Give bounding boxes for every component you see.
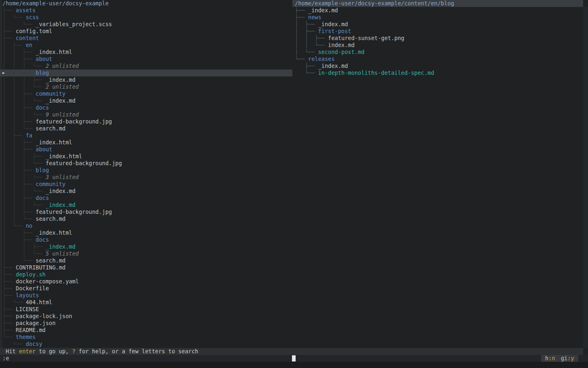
- tree-row[interactable]: │ │ ├── featured-background.jpg: [0, 118, 292, 125]
- tree-row[interactable]: ├── package-lock.json: [0, 313, 292, 320]
- file-name: _index.md: [318, 63, 348, 69]
- tree-branch-lines: │ │ │ └──: [2, 160, 46, 166]
- tree-row[interactable]: ├── news: [292, 14, 588, 21]
- tree-branch-lines: ├──: [2, 7, 16, 13]
- tree-row[interactable]: │ │ │ └── _index.md: [0, 202, 292, 209]
- dir-name: no: [26, 222, 32, 229]
- tree-row[interactable]: │ ├── en: [0, 42, 292, 49]
- tree-row[interactable]: └── releases: [292, 56, 588, 63]
- command-input-row[interactable]: :e h:ngi:y: [0, 355, 588, 362]
- flag-h: h:n: [545, 355, 555, 362]
- tree-branch-lines: │ └──: [2, 21, 36, 27]
- left-tree-panel: /home/example-user/docsy-example ├── ass…: [0, 0, 292, 348]
- tree-row[interactable]: ├── LICENSE: [0, 306, 292, 313]
- tree-row[interactable]: │ ├── first-post: [292, 28, 588, 35]
- tree-row[interactable]: │ │ └── search.md: [0, 125, 292, 132]
- tree-branch-lines: ├──: [295, 7, 308, 13]
- file-name: 404.html: [26, 299, 52, 305]
- tree-row[interactable]: │ ├── _index.md: [292, 21, 588, 28]
- tree-row[interactable]: │ │ └── index.md: [292, 42, 588, 49]
- tree-row[interactable]: │ │ └── 5 unlisted: [0, 250, 292, 257]
- tree-row[interactable]: │ │ ├── ▶blog: [0, 70, 292, 76]
- file-name: search.md: [36, 257, 65, 264]
- tree-row[interactable]: │ │ ├── docs: [0, 104, 292, 111]
- tree-row[interactable]: │ │ │ └── 2 unlisted: [0, 83, 292, 90]
- tree-row[interactable]: │ │ │ └── 9 unlisted: [0, 111, 292, 118]
- tree-row[interactable]: ├── content: [0, 35, 292, 42]
- dir-name: themes: [16, 334, 36, 340]
- tree-row[interactable]: ├── _index.md: [292, 7, 588, 14]
- tree-branch-lines: ├──: [295, 63, 318, 69]
- tree-row[interactable]: │ │ │ ├── _index.html: [0, 153, 292, 160]
- tree-row[interactable]: │ └── second-post.md: [292, 49, 588, 56]
- broot-window: /home/example-user/docsy-example ├── ass…: [0, 0, 588, 368]
- file-name: _index.html: [36, 139, 72, 146]
- tree-row[interactable]: │ ├── docs: [0, 236, 292, 243]
- tree-row[interactable]: │ │ ├── featured-sunset-get.png: [292, 35, 588, 42]
- tree-row[interactable]: ├── assets: [0, 7, 292, 14]
- tree-row[interactable]: ├── deploy.sh: [0, 271, 292, 278]
- tree-row[interactable]: └── themes: [0, 334, 292, 341]
- file-name: featured-sunset-get.png: [328, 35, 404, 41]
- tree-row[interactable]: │ │ │ └── _index.md: [0, 97, 292, 104]
- tree-row[interactable]: │ ├── fa: [0, 132, 292, 139]
- tree-row[interactable]: ├── CONTRIBUTING.md: [0, 264, 292, 271]
- dir-name: about: [36, 56, 52, 62]
- tree-row[interactable]: │ │ │ └── 2 unlisted: [0, 63, 292, 70]
- tree-row[interactable]: ├── layouts: [0, 292, 292, 299]
- file-name: package.json: [16, 320, 56, 326]
- right-root-path[interactable]: /home/example-user/docsy-example/content…: [292, 0, 583, 7]
- file-name: featured-background.jpg: [46, 160, 122, 166]
- tree-branch-lines: │ │ │ └──: [2, 111, 46, 118]
- tree-branch-lines: │ │ ├──: [2, 167, 36, 173]
- tree-row[interactable]: │ └── 404.html: [0, 299, 292, 306]
- tree-row[interactable]: ├── Dockerfile: [0, 285, 292, 292]
- tree-row[interactable]: │ │ │ ├── _index.md: [0, 76, 292, 83]
- file-name: index.md: [328, 42, 354, 48]
- tree-row[interactable]: │ │ ├── community: [0, 181, 292, 188]
- tree-row[interactable]: │ │ ├── docs: [0, 195, 292, 202]
- tree-row[interactable]: ├── config.toml: [0, 28, 292, 35]
- tree-row[interactable]: │ └── _variables_project.scss: [0, 21, 292, 28]
- tree-row[interactable]: └── in-depth-monoliths-detailed-spec.md: [292, 70, 588, 76]
- tree-row[interactable]: │ │ │ └── _index.md: [0, 188, 292, 195]
- tree-branch-lines: │ └──: [2, 299, 26, 305]
- tree-row[interactable]: ├── package.json: [0, 320, 292, 327]
- tree-row[interactable]: │ │ ├── _index.md: [0, 243, 292, 250]
- tree-row[interactable]: │ │ │ └── 3 unlisted: [0, 174, 292, 181]
- tree-row[interactable]: │ │ ├── blog: [0, 167, 292, 174]
- file-name: _index.md: [46, 243, 76, 250]
- file-name: featured-background.jpg: [36, 209, 112, 215]
- tree-row[interactable]: │ │ ├── about: [0, 146, 292, 153]
- left-panel-input-value[interactable]: :e: [2, 355, 9, 362]
- tree-branch-lines: │ │ ├──: [295, 35, 328, 41]
- tree-branch-lines: ├──: [2, 271, 16, 278]
- tree-branch-lines: │ │ ├──: [2, 56, 36, 62]
- tree-branch-lines: ├──: [2, 264, 16, 271]
- tree-row[interactable]: │ │ ├── community: [0, 90, 292, 97]
- tree-row[interactable]: │ └── no: [0, 222, 292, 229]
- tree-row[interactable]: │ │ └── search.md: [0, 215, 292, 222]
- tree-row[interactable]: └── docsy: [0, 341, 292, 348]
- tree-branch-lines: ├──: [295, 14, 308, 20]
- tree-branch-lines: │ │ │ └──: [2, 174, 46, 180]
- tree-row[interactable]: │ │ ├── _index.html: [0, 49, 292, 56]
- flag-value: n: [552, 355, 555, 361]
- file-name: deploy.sh: [16, 271, 46, 278]
- tree-branch-lines: │ │ ├──: [2, 90, 36, 97]
- tree-row[interactable]: ├── README.md: [0, 327, 292, 334]
- tree-row[interactable]: │ ├── _index.html: [0, 229, 292, 236]
- tree-row[interactable]: │ └── scss: [0, 14, 292, 21]
- tree-row[interactable]: │ └── search.md: [0, 257, 292, 264]
- tree-row[interactable]: │ │ │ └── featured-background.jpg: [0, 160, 292, 167]
- tree-row[interactable]: │ │ ├── about: [0, 56, 292, 63]
- toggle-flags-panel: h:ngi:y: [541, 355, 578, 362]
- tree-row[interactable]: │ │ ├── featured-background.jpg: [0, 209, 292, 215]
- left-root-path[interactable]: /home/example-user/docsy-example: [0, 0, 292, 7]
- tree-row[interactable]: │ │ ├── _index.html: [0, 139, 292, 146]
- tree-row[interactable]: ├── _index.md: [292, 63, 588, 70]
- tree-branch-lines: ├──: [2, 292, 16, 298]
- dir-name: fa: [26, 132, 32, 139]
- tree-row[interactable]: ├── docker-compose.yaml: [0, 278, 292, 285]
- tree-branch-lines: │ │ │ ├──: [2, 76, 46, 83]
